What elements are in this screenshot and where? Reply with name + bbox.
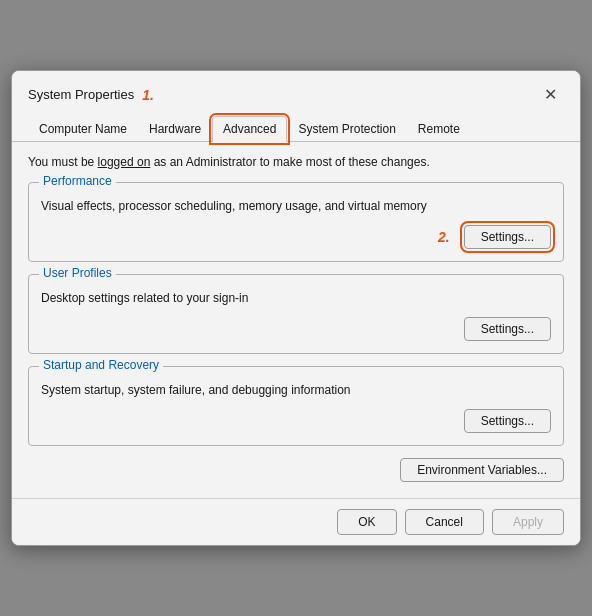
env-variables-row: Environment Variables... xyxy=(28,458,564,486)
startup-recovery-description: System startup, system failure, and debu… xyxy=(41,381,551,399)
user-profiles-footer: Settings... xyxy=(41,317,551,341)
close-icon: ✕ xyxy=(544,85,557,104)
system-properties-dialog: System Properties 1. ✕ Computer Name Har… xyxy=(11,70,581,547)
user-profiles-label: User Profiles xyxy=(39,266,116,280)
tab-system-protection[interactable]: System Protection xyxy=(287,116,406,142)
window-title: System Properties xyxy=(28,87,134,102)
startup-recovery-label: Startup and Recovery xyxy=(39,358,163,372)
apply-button[interactable]: Apply xyxy=(492,509,564,535)
user-profiles-description: Desktop settings related to your sign-in xyxy=(41,289,551,307)
performance-section: Performance Visual effects, processor sc… xyxy=(28,182,564,262)
tab-computer-name[interactable]: Computer Name xyxy=(28,116,138,142)
performance-description: Visual effects, processor scheduling, me… xyxy=(41,197,551,215)
environment-variables-button[interactable]: Environment Variables... xyxy=(400,458,564,482)
tabs-container: Computer Name Hardware Advanced System P… xyxy=(12,109,580,142)
admin-notice: You must be logged on as an Administrato… xyxy=(28,154,564,171)
cancel-button[interactable]: Cancel xyxy=(405,509,484,535)
performance-settings-button[interactable]: Settings... xyxy=(464,225,551,249)
tab-advanced[interactable]: Advanced xyxy=(212,116,287,142)
step1-badge: 1. xyxy=(142,87,154,103)
tab-remote[interactable]: Remote xyxy=(407,116,471,142)
startup-recovery-footer: Settings... xyxy=(41,409,551,433)
startup-recovery-settings-button[interactable]: Settings... xyxy=(464,409,551,433)
close-button[interactable]: ✕ xyxy=(536,81,564,109)
performance-label: Performance xyxy=(39,174,116,188)
startup-recovery-section: Startup and Recovery System startup, sys… xyxy=(28,366,564,446)
title-bar-left: System Properties 1. xyxy=(28,87,154,103)
user-profiles-settings-button[interactable]: Settings... xyxy=(464,317,551,341)
tab-hardware[interactable]: Hardware xyxy=(138,116,212,142)
dialog-footer: OK Cancel Apply xyxy=(12,498,580,545)
content-area: You must be logged on as an Administrato… xyxy=(12,142,580,499)
performance-settings-row: 2. Settings... xyxy=(41,225,551,249)
title-bar: System Properties 1. ✕ xyxy=(12,71,580,109)
step2-badge: 2. xyxy=(438,229,450,245)
user-profiles-section: User Profiles Desktop settings related t… xyxy=(28,274,564,354)
ok-button[interactable]: OK xyxy=(337,509,396,535)
